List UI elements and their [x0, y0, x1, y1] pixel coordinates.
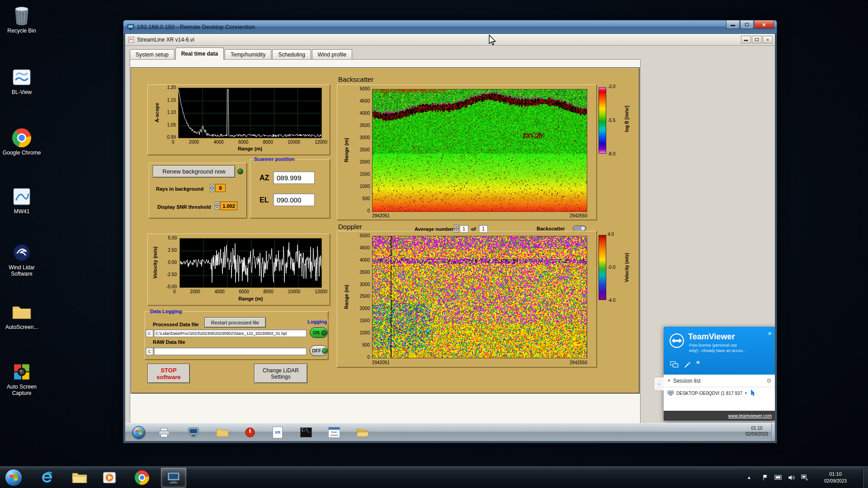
doppler-colorbar-ticks: 4.0 -0.0 -4.0: [608, 232, 619, 303]
doppler-heading: Doppler: [338, 223, 362, 230]
y-tick: -5.00: [166, 285, 177, 289]
tray-network-icon[interactable]: [801, 474, 809, 482]
az-value-field[interactable]: 089.999: [273, 171, 315, 184]
app-title-text: StreamLine XR v14-6.vi: [137, 37, 194, 43]
ascope-x-ticks: 0 2000 4000 6000 8000 10000 12000: [172, 140, 327, 145]
tray-speaker-icon[interactable]: [787, 474, 795, 482]
tab-scheduling[interactable]: Scheduling: [272, 49, 311, 60]
remote-taskbar-icon-folder-open[interactable]: [354, 425, 371, 440]
rdp-restore-button[interactable]: [740, 20, 754, 29]
app-close-button[interactable]: ×: [763, 36, 773, 43]
desktop-icon-mw41[interactable]: MW41: [0, 186, 43, 215]
tab-real-time-data[interactable]: Real time data: [175, 47, 224, 60]
tab-temp-humidity[interactable]: Temp/humidity: [225, 49, 271, 60]
toggle-off-label: OFF: [312, 348, 321, 353]
toggle-knob: [321, 330, 327, 336]
doppler-map-group: Range (m) 5000 4500 4000 3500 3000 2500 …: [337, 231, 597, 367]
change-lidar-settings-button[interactable]: Change LiDAR Settings: [254, 364, 307, 383]
desktop-icon-bl-view[interactable]: BL-View: [0, 67, 43, 95]
el-value-field[interactable]: 090.000: [273, 193, 315, 206]
desktop-icon-label: Recycle Bin: [0, 28, 43, 34]
backscatter-y-ticks: 5000 4500 4000 3500 3000 2500 2000 1500 …: [353, 87, 370, 213]
desktop-icon-wind-lidar[interactable]: Wind Lidar Software: [0, 242, 43, 277]
toggle-knob: [322, 348, 327, 354]
app-minimize-button[interactable]: ▬: [741, 36, 751, 43]
backscatter-y-axis-label: Range (m): [344, 138, 349, 162]
x-tick: 10000: [288, 140, 300, 145]
restart-processed-file-button[interactable]: Restart processed file: [204, 317, 266, 328]
remote-taskbar-icon-power[interactable]: [242, 425, 258, 440]
taskbar-icon-remote-desktop-active[interactable]: [161, 468, 186, 488]
teamviewer-close-icon[interactable]: ×: [768, 329, 772, 337]
ascope-y-ticks: 1.20 1.15 1.10 1.05 0.99: [162, 85, 176, 140]
remote-taskbar-icon-scan-sched[interactable]: Scansched: [326, 425, 342, 440]
tray-flag-icon[interactable]: [761, 474, 769, 482]
logging-label: Logging: [306, 319, 328, 324]
remote-taskbar-icon-console[interactable]: C:\_: [298, 425, 314, 440]
y-tick: 1.15: [167, 98, 176, 103]
tray-rdp-icon[interactable]: [774, 474, 782, 482]
y-tick: 500: [362, 343, 370, 347]
x-tick: 2942550: [570, 213, 587, 218]
remote-taskbar-icon-printer[interactable]: [156, 425, 172, 440]
velocity-chart-group: Velocity (m/s) 5.00 2.50 0.00 -2.50 -5.0…: [147, 234, 330, 305]
taskbar-clock[interactable]: 01:10 02/09/2023: [814, 471, 857, 484]
snr-value[interactable]: 1.002: [220, 202, 237, 210]
teamviewer-header: TeamViewer Free license (personal use on…: [664, 327, 775, 375]
connect-cursor-icon[interactable]: [750, 389, 755, 397]
y-tick: 1000: [360, 331, 370, 335]
rdp-minimize-button[interactable]: ▬: [726, 20, 740, 29]
desktop-icon-auto-screen-capture[interactable]: Auto Screen Capture: [0, 361, 43, 396]
tab-system-setup[interactable]: System setup: [130, 49, 175, 60]
teamviewer-collapse-tab[interactable]: ›: [654, 377, 664, 391]
desktop-icon-google-chrome[interactable]: Google Chrome: [0, 127, 43, 156]
taskbar-icon-chrome[interactable]: [131, 468, 153, 488]
rdp-close-button[interactable]: ×: [754, 20, 774, 29]
raw-path-field[interactable]: [154, 347, 307, 355]
doppler-heatmap: [372, 236, 587, 358]
remote-show-desktop-button[interactable]: [771, 423, 775, 441]
remote-taskbar-icon-folder[interactable]: [214, 425, 231, 440]
remote-taskbar-icon-monitor[interactable]: [185, 425, 202, 440]
toggle-on-label: ON: [313, 330, 320, 335]
session-list-item[interactable]: DESKTOP-OE0QDVI (1 817 937 ▼: [664, 387, 775, 399]
rays-value[interactable]: 8: [215, 184, 226, 192]
renew-background-button[interactable]: Renew background now: [153, 165, 235, 178]
taskbar-icon-explorer[interactable]: [69, 468, 90, 488]
app-restore-button[interactable]: [752, 36, 762, 43]
cb-tick: -4.0: [608, 298, 615, 303]
teamviewer-url-link[interactable]: www.teamviewer.com: [728, 413, 772, 418]
raw-drive-selector[interactable]: C: [146, 347, 153, 355]
monitors-icon[interactable]: [670, 361, 679, 369]
dropdown-arrow-icon[interactable]: ▼: [744, 391, 748, 395]
tab-wind-profile[interactable]: Wind profile: [312, 49, 352, 60]
pencil-icon[interactable]: [684, 361, 691, 369]
session-list-header[interactable]: ▼ Session list ⚙: [664, 375, 775, 387]
processed-path-field[interactable]: [154, 329, 307, 337]
processed-logging-toggle[interactable]: ON: [310, 327, 328, 338]
taskbar-icon-media-player[interactable]: [99, 468, 120, 488]
app-title-bar[interactable]: StreamLine XR v14-6.vi ▬ ×: [125, 34, 775, 46]
backscatter-x-ticks: 2942051 2942550: [372, 213, 587, 218]
collapse-chevrons-icon[interactable]: «: [696, 358, 700, 366]
desktop-icon-recycle-bin[interactable]: Recycle Bin: [0, 5, 43, 34]
snr-spinner[interactable]: ▲▼: [215, 202, 219, 209]
remote-taskbar-icon-xr-doc[interactable]: XR: [269, 425, 286, 440]
gear-icon[interactable]: ⚙: [766, 377, 772, 384]
desktop-icon-autoscreen[interactable]: AutoScreen...: [0, 302, 43, 330]
x-tick: 8000: [263, 140, 273, 145]
velocity-canvas: [180, 239, 321, 287]
processed-drive-selector[interactable]: C: [146, 329, 153, 337]
rays-spinner[interactable]: ▲▼: [210, 184, 214, 192]
raw-logging-toggle[interactable]: OFF: [310, 345, 328, 356]
rdp-title-bar[interactable]: 192.168.0.150 - Remote Desktop Connectio…: [123, 20, 777, 34]
remote-clock[interactable]: 01:10 02/09/2023: [741, 425, 773, 437]
start-button[interactable]: [3, 468, 24, 488]
backscatter-colorbar: [599, 87, 606, 154]
stop-software-button[interactable]: STOP software: [147, 364, 190, 383]
y-tick: 5000: [360, 234, 370, 238]
tray-expand-icon[interactable]: ▲: [747, 475, 751, 480]
taskbar-icon-internet-explorer[interactable]: [36, 468, 58, 488]
show-desktop-button[interactable]: [863, 467, 868, 488]
remote-start-button[interactable]: [131, 425, 147, 440]
